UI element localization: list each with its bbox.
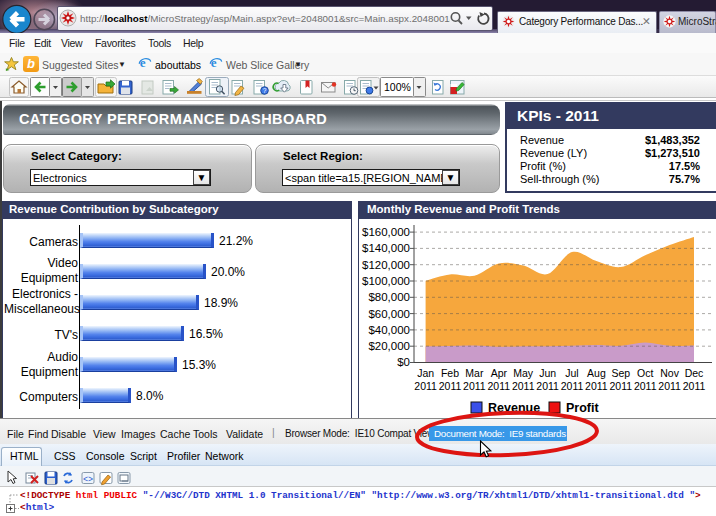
svg-text:Sep: Sep — [611, 367, 630, 379]
svg-text:2011: 2011 — [561, 380, 584, 392]
svg-text:Nov: Nov — [660, 367, 679, 379]
svg-text:Apr: Apr — [491, 367, 508, 379]
svg-text:2011: 2011 — [683, 380, 706, 392]
svg-text:Oct: Oct — [637, 367, 653, 379]
svg-text:Jul: Jul — [565, 367, 578, 379]
svg-text:$120,000: $120,000 — [362, 259, 410, 271]
svg-text:Revenue: Revenue — [488, 401, 540, 415]
svg-text:2011: 2011 — [439, 380, 462, 392]
svg-text:Feb: Feb — [441, 367, 459, 379]
svg-text:2011: 2011 — [414, 380, 437, 392]
svg-text:Aug: Aug — [587, 367, 606, 379]
svg-text:?: ? — [263, 87, 267, 94]
svg-text:100%: 100% — [384, 81, 411, 93]
svg-text:2011: 2011 — [463, 380, 486, 392]
svg-text:2011: 2011 — [658, 380, 681, 392]
svg-text:2011: 2011 — [512, 380, 535, 392]
svg-text:$140,000: $140,000 — [362, 242, 410, 254]
svg-text:$60,000: $60,000 — [368, 308, 410, 320]
svg-text:2011: 2011 — [610, 380, 633, 392]
svg-text:2011: 2011 — [634, 380, 657, 392]
svg-text:2011: 2011 — [585, 380, 608, 392]
svg-text:$40,000: $40,000 — [368, 324, 410, 336]
svg-text:May: May — [513, 367, 534, 379]
svg-text:$160,000: $160,000 — [362, 226, 410, 238]
svg-text:Jun: Jun — [539, 367, 556, 379]
svg-text:$100,000: $100,000 — [362, 275, 410, 287]
svg-text:2011: 2011 — [536, 380, 559, 392]
svg-text:Dec: Dec — [685, 367, 704, 379]
svg-text:Jan: Jan — [417, 367, 434, 379]
svg-text:$0: $0 — [397, 356, 410, 368]
svg-text:Mar: Mar — [465, 367, 484, 379]
svg-text:$80,000: $80,000 — [368, 291, 410, 303]
svg-text:Profit: Profit — [566, 401, 599, 415]
svg-text:2011: 2011 — [488, 380, 511, 392]
svg-text:$20,000: $20,000 — [368, 340, 410, 352]
svg-text:<>: <> — [83, 475, 93, 485]
